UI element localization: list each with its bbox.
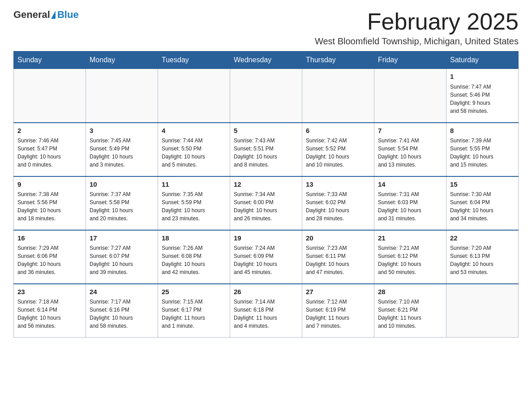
- calendar-cell: 22Sunrise: 7:20 AM Sunset: 6:13 PM Dayli…: [446, 230, 519, 284]
- day-info: Sunrise: 7:10 AM Sunset: 6:21 PM Dayligh…: [378, 298, 442, 330]
- day-info: Sunrise: 7:30 AM Sunset: 6:04 PM Dayligh…: [450, 190, 515, 223]
- calendar-cell: 6Sunrise: 7:42 AM Sunset: 5:52 PM Daylig…: [302, 123, 374, 176]
- calendar-cell: 21Sunrise: 7:21 AM Sunset: 6:12 PM Dayli…: [374, 230, 446, 284]
- day-info: Sunrise: 7:15 AM Sunset: 6:17 PM Dayligh…: [162, 298, 226, 330]
- calendar-cell: 7Sunrise: 7:41 AM Sunset: 5:54 PM Daylig…: [374, 123, 446, 176]
- day-number: 25: [162, 287, 226, 297]
- location-title: West Bloomfield Township, Michigan, Unit…: [315, 36, 519, 47]
- page-header: General Blue February 2025 West Bloomfie…: [13, 9, 519, 47]
- calendar-cell: 25Sunrise: 7:15 AM Sunset: 6:17 PM Dayli…: [158, 284, 230, 338]
- calendar-cell: 2Sunrise: 7:46 AM Sunset: 5:47 PM Daylig…: [14, 123, 86, 176]
- day-info: Sunrise: 7:47 AM Sunset: 5:46 PM Dayligh…: [450, 83, 515, 115]
- day-info: Sunrise: 7:26 AM Sunset: 6:08 PM Dayligh…: [162, 244, 226, 276]
- calendar-cell: 18Sunrise: 7:26 AM Sunset: 6:08 PM Dayli…: [158, 230, 230, 284]
- calendar-cell: 27Sunrise: 7:12 AM Sunset: 6:19 PM Dayli…: [302, 284, 374, 338]
- calendar-cell: 17Sunrise: 7:27 AM Sunset: 6:07 PM Dayli…: [86, 230, 158, 284]
- weekday-header-sunday: Sunday: [14, 51, 86, 69]
- day-info: Sunrise: 7:38 AM Sunset: 5:56 PM Dayligh…: [17, 190, 82, 223]
- calendar-cell: [374, 69, 446, 123]
- day-info: Sunrise: 7:12 AM Sunset: 6:19 PM Dayligh…: [306, 298, 370, 330]
- day-info: Sunrise: 7:27 AM Sunset: 6:07 PM Dayligh…: [90, 244, 154, 276]
- day-number: 6: [306, 126, 370, 136]
- logo-general-text: General: [13, 9, 50, 21]
- calendar-cell: 14Sunrise: 7:31 AM Sunset: 6:03 PM Dayli…: [374, 176, 446, 230]
- day-number: 7: [378, 126, 442, 136]
- day-info: Sunrise: 7:39 AM Sunset: 5:55 PM Dayligh…: [450, 137, 515, 169]
- day-info: Sunrise: 7:43 AM Sunset: 5:51 PM Dayligh…: [234, 137, 298, 169]
- day-info: Sunrise: 7:33 AM Sunset: 6:02 PM Dayligh…: [306, 190, 370, 223]
- day-number: 4: [162, 126, 226, 136]
- day-info: Sunrise: 7:44 AM Sunset: 5:50 PM Dayligh…: [162, 137, 226, 169]
- calendar-cell: 19Sunrise: 7:24 AM Sunset: 6:09 PM Dayli…: [230, 230, 302, 284]
- day-number: 17: [90, 233, 154, 243]
- weekday-header-wednesday: Wednesday: [230, 51, 302, 69]
- calendar-cell: 12Sunrise: 7:34 AM Sunset: 6:00 PM Dayli…: [230, 176, 302, 230]
- day-info: Sunrise: 7:20 AM Sunset: 6:13 PM Dayligh…: [450, 244, 515, 276]
- day-info: Sunrise: 7:41 AM Sunset: 5:54 PM Dayligh…: [378, 137, 442, 169]
- day-info: Sunrise: 7:17 AM Sunset: 6:16 PM Dayligh…: [90, 298, 154, 330]
- day-number: 9: [17, 180, 82, 189]
- calendar-table: SundayMondayTuesdayWednesdayThursdayFrid…: [13, 51, 519, 338]
- day-number: 23: [17, 287, 82, 297]
- logo-blue-text: Blue: [57, 9, 79, 21]
- logo-triangle-icon: [51, 11, 56, 19]
- calendar-cell: 5Sunrise: 7:43 AM Sunset: 5:51 PM Daylig…: [230, 123, 302, 176]
- day-number: 2: [17, 126, 82, 136]
- calendar-cell: 4Sunrise: 7:44 AM Sunset: 5:50 PM Daylig…: [158, 123, 230, 176]
- day-number: 22: [450, 233, 515, 243]
- day-number: 20: [306, 233, 370, 243]
- day-info: Sunrise: 7:31 AM Sunset: 6:03 PM Dayligh…: [378, 190, 442, 223]
- day-info: Sunrise: 7:37 AM Sunset: 5:58 PM Dayligh…: [90, 190, 154, 223]
- calendar-cell: [158, 69, 230, 123]
- calendar-cell: 28Sunrise: 7:10 AM Sunset: 6:21 PM Dayli…: [374, 284, 446, 338]
- day-info: Sunrise: 7:23 AM Sunset: 6:11 PM Dayligh…: [306, 244, 370, 276]
- calendar-week-row: 2Sunrise: 7:46 AM Sunset: 5:47 PM Daylig…: [14, 123, 519, 176]
- day-number: 27: [306, 287, 370, 297]
- calendar-cell: [446, 284, 519, 338]
- day-info: Sunrise: 7:21 AM Sunset: 6:12 PM Dayligh…: [378, 244, 442, 276]
- day-number: 24: [90, 287, 154, 297]
- day-info: Sunrise: 7:46 AM Sunset: 5:47 PM Dayligh…: [17, 137, 82, 169]
- day-number: 21: [378, 233, 442, 243]
- calendar-cell: 24Sunrise: 7:17 AM Sunset: 6:16 PM Dayli…: [86, 284, 158, 338]
- weekday-header-row: SundayMondayTuesdayWednesdayThursdayFrid…: [14, 51, 519, 69]
- calendar-cell: 11Sunrise: 7:35 AM Sunset: 5:59 PM Dayli…: [158, 176, 230, 230]
- day-number: 1: [450, 72, 515, 81]
- title-block: February 2025 West Bloomfield Township, …: [315, 9, 519, 47]
- weekday-header-tuesday: Tuesday: [158, 51, 230, 69]
- calendar-cell: [302, 69, 374, 123]
- weekday-header-friday: Friday: [374, 51, 446, 69]
- day-info: Sunrise: 7:45 AM Sunset: 5:49 PM Dayligh…: [90, 137, 154, 169]
- day-info: Sunrise: 7:34 AM Sunset: 6:00 PM Dayligh…: [234, 190, 298, 223]
- day-number: 10: [90, 180, 154, 189]
- day-info: Sunrise: 7:29 AM Sunset: 6:06 PM Dayligh…: [17, 244, 82, 276]
- day-number: 18: [162, 233, 226, 243]
- day-number: 3: [90, 126, 154, 136]
- day-number: 19: [234, 233, 298, 243]
- calendar-cell: 13Sunrise: 7:33 AM Sunset: 6:02 PM Dayli…: [302, 176, 374, 230]
- calendar-cell: [230, 69, 302, 123]
- calendar-cell: 15Sunrise: 7:30 AM Sunset: 6:04 PM Dayli…: [446, 176, 519, 230]
- calendar-week-row: 9Sunrise: 7:38 AM Sunset: 5:56 PM Daylig…: [14, 176, 519, 230]
- day-info: Sunrise: 7:18 AM Sunset: 6:14 PM Dayligh…: [17, 298, 82, 330]
- calendar-cell: 23Sunrise: 7:18 AM Sunset: 6:14 PM Dayli…: [14, 284, 86, 338]
- calendar-cell: 16Sunrise: 7:29 AM Sunset: 6:06 PM Dayli…: [14, 230, 86, 284]
- day-info: Sunrise: 7:24 AM Sunset: 6:09 PM Dayligh…: [234, 244, 298, 276]
- day-number: 16: [17, 233, 82, 243]
- day-number: 11: [162, 180, 226, 189]
- calendar-cell: [14, 69, 86, 123]
- weekday-header-monday: Monday: [86, 51, 158, 69]
- day-number: 15: [450, 180, 515, 189]
- day-number: 14: [378, 180, 442, 189]
- day-number: 13: [306, 180, 370, 189]
- day-info: Sunrise: 7:14 AM Sunset: 6:18 PM Dayligh…: [234, 298, 298, 330]
- calendar-cell: 20Sunrise: 7:23 AM Sunset: 6:11 PM Dayli…: [302, 230, 374, 284]
- calendar-week-row: 1Sunrise: 7:47 AM Sunset: 5:46 PM Daylig…: [14, 69, 519, 123]
- calendar-week-row: 16Sunrise: 7:29 AM Sunset: 6:06 PM Dayli…: [14, 230, 519, 284]
- calendar-cell: 3Sunrise: 7:45 AM Sunset: 5:49 PM Daylig…: [86, 123, 158, 176]
- calendar-cell: 10Sunrise: 7:37 AM Sunset: 5:58 PM Dayli…: [86, 176, 158, 230]
- calendar-cell: 1Sunrise: 7:47 AM Sunset: 5:46 PM Daylig…: [446, 69, 519, 123]
- day-number: 5: [234, 126, 298, 136]
- weekday-header-thursday: Thursday: [302, 51, 374, 69]
- day-number: 28: [378, 287, 442, 297]
